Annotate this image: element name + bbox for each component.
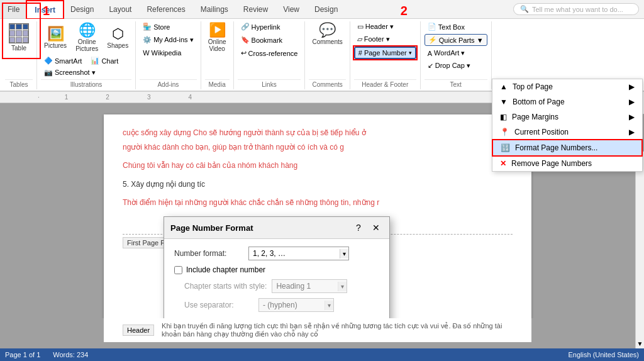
chapter-style-label: Chapter starts with style: — [184, 282, 267, 291]
crossref-button[interactable]: ↩ Cross-reference — [238, 48, 301, 58]
store-icon: 🏪 — [143, 23, 152, 31]
addins-group-label: Add-ins — [140, 79, 196, 89]
dialog-help-button[interactable]: ? — [352, 221, 365, 235]
number-format-row: Number format: 1, 2, 3, … ▾ — [174, 247, 379, 260]
ribbon-tabs: File Insert Design Layout References Mai… — [0, 0, 644, 19]
page-number-icon: # — [358, 49, 362, 57]
dropdown-page-margins[interactable]: ◧ Page Margins ▶ — [492, 109, 642, 125]
app-window: File Insert Design Layout References Mai… — [0, 0, 644, 361]
dropcap-button[interactable]: ↙ Drop Cap ▾ — [425, 60, 474, 71]
dropdown-top-of-page[interactable]: ▲ Top of Page ▶ — [492, 79, 642, 94]
status-bar: Page 1 of 1 Words: 234 English (United S… — [0, 348, 644, 361]
arrow-icon: ▶ — [629, 113, 635, 121]
chart-icon: 📊 — [91, 57, 99, 65]
tab-mailings[interactable]: Mailings — [193, 0, 236, 18]
chapter-style-select: Heading 1 ▾ — [272, 279, 347, 293]
footer-button[interactable]: ▱ Footer ▾ — [354, 34, 393, 45]
smartart-icon: 🔷 — [44, 57, 53, 65]
page-count: Page 1 of 1 — [5, 351, 40, 358]
wordart-icon: A — [428, 50, 432, 57]
arrow-icon: ▶ — [629, 97, 635, 106]
ribbon-group-tables: Table 1 Tables — [1, 21, 37, 89]
arrow-icon: ▶ — [629, 82, 635, 91]
hyperlink-button[interactable]: 🔗 Hyperlink — [238, 21, 284, 32]
header-button[interactable]: ▭ Header ▾ — [354, 21, 397, 32]
remove-icon: ✕ — [500, 159, 506, 168]
screenshot-button[interactable]: 📷 Screenshot ▾ — [41, 67, 99, 78]
textbox-icon: 📄 — [428, 23, 436, 31]
tab-review[interactable]: Review — [236, 0, 275, 18]
chart-button[interactable]: 📊 Chart — [87, 55, 121, 66]
wikipedia-button[interactable]: W Wikipedia — [140, 48, 184, 58]
wikipedia-icon: W — [143, 49, 149, 57]
online-video-button[interactable]: ▶️ OnlineVideo — [205, 21, 230, 54]
tab-design2[interactable]: Design — [307, 0, 345, 18]
include-chapter-label[interactable]: Include chapter number — [186, 265, 265, 274]
ribbon-group-comments: 💬 Comments Comments — [305, 21, 350, 89]
page-number-dropdown: ▲ Top of Page ▶ ▼ Bottom of Page ▶ ◧ Pag… — [492, 79, 643, 172]
tab-file[interactable]: File — [0, 0, 27, 18]
scroll-down-button[interactable]: ▼ — [636, 339, 644, 348]
dropdown-remove-page-numbers[interactable]: ✕ Remove Page Numbers — [492, 156, 642, 171]
screenshot-icon: 📷 — [44, 69, 53, 77]
crossref-icon: ↩ — [241, 49, 247, 57]
bookmark-button[interactable]: 🔖 Bookmark — [238, 35, 286, 45]
table-button[interactable]: Table 1 — [5, 21, 33, 53]
number-format-dropdown-arrow[interactable]: ▾ — [340, 249, 348, 258]
search-box[interactable]: 🔍 Tell me what you want to do... — [513, 3, 639, 15]
textbox-button[interactable]: 📄 Text Box — [425, 21, 468, 32]
pictures-button[interactable]: 🖼️ Pictures — [41, 21, 70, 54]
myaddin-button[interactable]: ⚙️ My Add-ins ▾ — [140, 35, 196, 45]
dropdown-current-position[interactable]: 📍 Current Position ▶ — [492, 125, 642, 140]
tab-layout[interactable]: Layout — [101, 0, 139, 18]
header-label[interactable]: Header — [123, 325, 154, 336]
number-format-label: Number format: — [174, 249, 243, 258]
word-count: Words: 234 — [53, 351, 88, 358]
doc-bottom-area: Header Khi bạn truyền đi năng lượng tích… — [0, 318, 635, 348]
chapter-style-row: Chapter starts with style: Heading 1 ▾ — [184, 279, 379, 293]
examples-value: 1-1, 1-A — [258, 318, 283, 318]
wordart-button[interactable]: A WordArt ▾ — [425, 48, 469, 58]
smartart-button[interactable]: 🔷 SmartArt — [41, 55, 85, 66]
quick-parts-icon: ⚡ — [428, 36, 437, 44]
ribbon-group-media: ▶️ OnlineVideo Media — [201, 21, 234, 89]
include-chapter-checkbox[interactable] — [174, 266, 182, 274]
separator-arrow: ▾ — [325, 301, 333, 310]
page-number-button[interactable]: # Page Number ▾ — [354, 47, 416, 59]
tab-view[interactable]: View — [275, 0, 307, 18]
tab-references[interactable]: References — [139, 0, 192, 18]
header-footer-group-label: Header & Footer — [354, 79, 416, 89]
shapes-icon: ⬡ — [112, 27, 124, 41]
bookmark-icon: 🔖 — [241, 36, 250, 44]
tab-insert[interactable]: Insert — [27, 0, 63, 18]
store-button[interactable]: 🏪 Store — [140, 21, 173, 32]
page-margins-icon: ◧ — [500, 113, 507, 121]
dialog-close-button[interactable]: ✕ — [369, 221, 383, 235]
dropdown-format-page-numbers[interactable]: 🔢 Format Page Numbers... — [492, 140, 642, 156]
online-pictures-button[interactable]: 🌐 OnlinePictures — [72, 21, 101, 54]
language: English (United States) — [569, 351, 640, 358]
shapes-button[interactable]: ⬡ Shapes — [104, 21, 131, 54]
examples-label: Examples: — [184, 317, 253, 318]
separator-label: Use separator: — [184, 301, 253, 309]
table-label: Table — [11, 45, 26, 52]
header-icon: ▭ — [357, 23, 364, 31]
pictures-icon: 🖼️ — [47, 27, 64, 41]
number-format-select[interactable]: 1, 2, 3, … ▾ — [248, 247, 349, 260]
dialog-titlebar: Page Number Format ? ✕ — [164, 217, 389, 239]
chapter-style-arrow: ▾ — [338, 282, 347, 291]
ribbon-group-text: 📄 Text Box ⚡ Quick Parts ▼ A WordArt ▾ ↙… — [421, 21, 492, 89]
dropdown-bottom-of-page[interactable]: ▼ Bottom of Page ▶ — [492, 94, 642, 109]
tab-design[interactable]: Design — [63, 0, 101, 18]
myaddin-icon: ⚙️ — [143, 36, 152, 44]
comment-button[interactable]: 💬 Comments — [309, 21, 345, 47]
media-group-label: Media — [205, 79, 230, 89]
online-pictures-icon: 🌐 — [79, 23, 96, 37]
separator-select: - (hyphen) ▾ — [258, 298, 334, 312]
quick-parts-button[interactable]: ⚡ Quick Parts ▼ — [425, 34, 487, 46]
links-group-label: Links — [238, 79, 301, 89]
ribbon-group-header-footer: ▭ Header ▾ ▱ Footer ▾ # Page Number ▾ 2 … — [350, 21, 421, 89]
page-number-format-dialog: Page Number Format ? ✕ Number format: 1,… — [164, 216, 390, 318]
format-icon: 🔢 — [501, 143, 510, 152]
online-video-icon: ▶️ — [209, 23, 226, 37]
